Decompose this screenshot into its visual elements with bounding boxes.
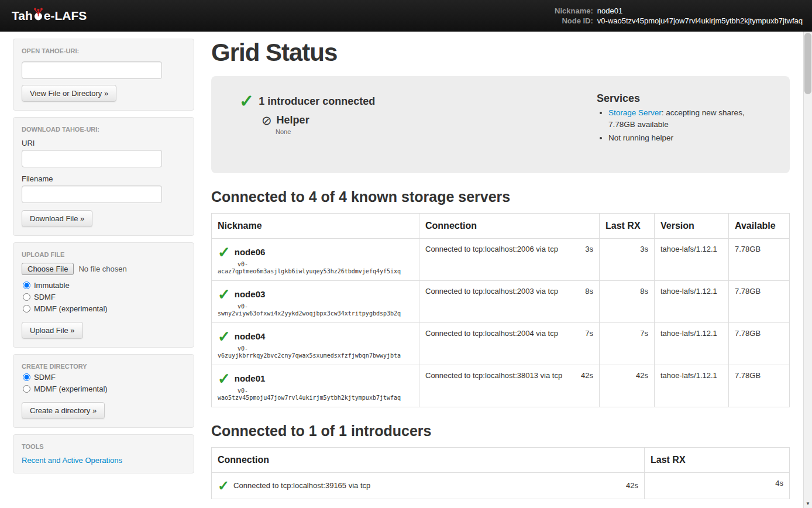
summary-left: ✓ 1 introducer connected ⊘ Helper None [239,92,597,145]
introducers-title: Connected to 1 of 1 introducers [211,423,790,440]
create-directory-button[interactable]: Create a directory » [22,402,105,419]
server-id-prefix: v0- [238,303,413,310]
panel-tools: TOOLS Recent and Active Operations [13,434,194,473]
server-id-prefix: v0- [238,261,413,267]
summary-services: Services Storage Server: accepting new s… [597,92,772,145]
radio-sdmf-upload[interactable]: SDMF [22,293,185,301]
connection-age: 7s [579,329,593,338]
table-row: ✓ node01 v0- wao5tzv45pmoju47jow7rvl4uki… [212,365,790,407]
server-nickname: node01 [235,373,266,383]
download-filename-input[interactable] [22,186,162,203]
filename-field-label: Filename [22,174,185,183]
app-logo[interactable]: Tah e-LAFS [12,9,87,23]
table-header-row: Nickname Connection Last RX Version Avai… [212,213,790,238]
introducer-status-text: 1 introducer connected [259,95,375,108]
scrollbar-down-button[interactable]: ▼ [804,499,812,508]
connection-cell: Connected to tcp:localhost:2006 via tcp … [419,238,600,280]
nickname-cell: ✓ node06 v0- acaz7qptmeo6m3asjlgkb6iwlyu… [212,238,419,280]
page-title: Grid Status [211,39,790,67]
connection-cell: Connected to tcp:localhost:2004 via tcp … [419,322,600,365]
available-cell: 7.78GB [729,280,790,322]
service-item-helper: Not running helper [608,132,772,144]
version-cell: tahoe-lafs/1.12.1 [655,322,729,365]
download-uri-input[interactable] [22,150,162,167]
radio-sdmf-dir-input[interactable] [23,373,30,381]
table-header-row: Connection Last RX [212,447,790,472]
server-nickname: node04 [235,331,266,341]
introducer-status: ✓ 1 introducer connected [239,92,597,110]
server-id-hash: swny2viyw63ofxwi4x2yykd2woqjbpx3cw34xtri… [218,310,413,317]
last-rx-cell: 42s [600,365,655,407]
introducer-connection-text: Connected to tcp:localhost:39165 via tcp [233,481,370,490]
open-uri-input[interactable] [22,61,162,79]
radio-mdmf-dir-input[interactable] [23,385,30,393]
available-cell: 7.78GB [729,238,790,280]
check-icon: ✓ [218,245,230,260]
server-nickname: node03 [235,289,266,299]
helper-status: ⊘ Helper [262,114,597,126]
top-navbar: Tah e-LAFS Nickname: node01 Node ID: v0-… [0,0,812,32]
server-id-hash: v6zuyjkbrrkqy2bvc2cny7qwax5sxumedsxfzfjw… [218,352,413,359]
radio-immutable[interactable]: Immutable [22,281,185,290]
node-id-value: v0-wao5tzv45pmoju47jow7rvl4ukirjm5ytbh2k… [597,16,803,25]
available-cell: 7.78GB [729,322,790,365]
connection-text: Connected to tcp:localhost:2003 via tcp [425,287,558,296]
file-input[interactable]: Choose File No file chosen [22,263,185,275]
nickname-cell: ✓ node03 v0- swny2viyw63ofxwi4x2yykd2woq… [212,280,419,322]
server-id-hash: wao5tzv45pmoju47jow7rvl4ukirjm5ytbh2kjty… [218,394,413,401]
brand-text-pre: Tah [12,9,33,23]
check-icon: ✓ [218,287,230,302]
file-status-text: No file chosen [78,265,126,273]
col-available: Available [729,213,790,238]
scrollbar[interactable]: ▼ [803,32,812,508]
services-list: Storage Server: accepting new shares, 7.… [597,107,772,144]
connection-age: 8s [579,287,593,296]
radio-mdmf-dir-label: MDMF (experimental) [34,385,108,393]
download-file-button[interactable]: Download File » [22,210,92,227]
introducer-last-rx-cell: 4s [645,472,790,499]
radio-immutable-input[interactable] [23,282,30,289]
last-rx-cell: 7s [600,322,655,365]
col-connection: Connection [419,213,600,238]
radio-sdmf-upload-input[interactable] [23,293,30,301]
tahoe-logo-icon [33,7,43,21]
storage-servers-title: Connected to 4 of 4 known storage server… [211,188,790,205]
nickname-cell: ✓ node01 v0- wao5tzv45pmoju47jow7rvl4uki… [212,365,419,407]
check-icon: ✓ [239,92,254,110]
nickname-label: Nickname: [555,6,593,15]
radio-sdmf-upload-label: SDMF [34,293,56,301]
choose-file-button[interactable]: Choose File [22,263,74,275]
server-id-hash: acaz7qptmeo6m3asjlgkb6iwlyuqey53hz26tbdm… [218,268,413,274]
col-last-rx: Last RX [600,213,655,238]
radio-mdmf-dir[interactable]: MDMF (experimental) [22,385,185,393]
check-icon: ✓ [218,329,230,344]
brand-text-post: e-LAFS [44,9,87,23]
check-icon: ✓ [218,479,229,493]
storage-server-link[interactable]: Storage Server [608,108,662,117]
node-id-label: Node ID: [555,16,593,25]
recent-operations-link[interactable]: Recent and Active Operations [22,456,122,465]
radio-mdmf-upload[interactable]: MDMF (experimental) [22,304,185,313]
server-id-prefix: v0- [238,345,413,352]
helper-service-text: Not running helper [608,133,673,142]
view-file-button[interactable]: View File or Directory » [22,85,116,102]
table-row: ✓ node03 v0- swny2viyw63ofxwi4x2yykd2woq… [212,280,790,322]
radio-sdmf-dir-label: SDMF [34,373,56,382]
col-nickname: Nickname [212,213,419,238]
panel-open-uri: OPEN TAHOE-URI: View File or Directory » [13,39,194,111]
upload-file-button[interactable]: Upload File » [22,322,83,339]
nickname-cell: ✓ node04 v0- v6zuyjkbrrkqy2bvc2cny7qwax5… [212,322,419,365]
status-summary: ✓ 1 introducer connected ⊘ Helper None S… [211,76,790,173]
radio-immutable-label: Immutable [34,281,70,290]
check-icon: ✓ [218,371,230,386]
radio-sdmf-dir[interactable]: SDMF [22,373,185,382]
connection-cell: ✓ Connected to tcp:localhost:39165 via t… [212,472,645,499]
table-row: ✓ node06 v0- acaz7qptmeo6m3asjlgkb6iwlyu… [212,238,790,280]
scrollbar-thumb[interactable] [804,33,811,94]
server-id-prefix: v0- [238,387,413,394]
radio-mdmf-upload-input[interactable] [23,305,30,313]
panel-download-uri: DOWNLOAD TAHOE-URI: URI Filename Downloa… [13,117,194,236]
table-row: ✓ Connected to tcp:localhost:39165 via t… [212,472,790,499]
col-last-rx: Last RX [645,447,790,472]
available-cell: 7.78GB [729,365,790,407]
